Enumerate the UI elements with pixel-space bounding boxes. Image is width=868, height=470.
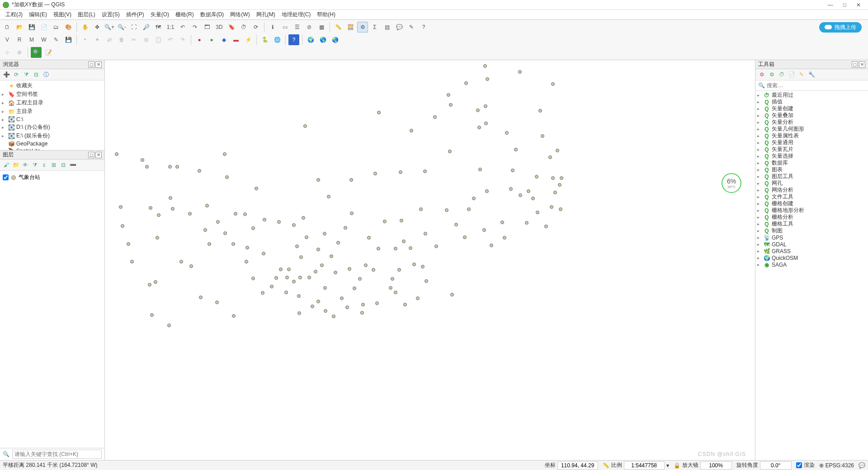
window-close[interactable]: ✕ xyxy=(856,2,861,8)
open-project-icon[interactable]: 📂 xyxy=(14,22,25,33)
toolbox-item[interactable]: ▸⏱最近用过 xyxy=(755,92,868,99)
table-icon[interactable]: ▤ xyxy=(382,22,392,33)
expand-icon[interactable]: ▸ xyxy=(757,235,762,240)
layers-undock-icon[interactable]: ◻ xyxy=(88,152,94,158)
browser-refresh-icon[interactable]: ⟳ xyxy=(13,71,20,78)
layout-manager-icon[interactable]: 🗂 xyxy=(51,22,61,33)
layers-expr-icon[interactable]: ε xyxy=(41,161,48,169)
select-feature-icon[interactable]: ▭ xyxy=(279,22,290,33)
toolbox-item[interactable]: ▸Q插值 xyxy=(755,99,868,105)
new-project-icon[interactable]: 🗋 xyxy=(2,22,13,33)
toolbox-item[interactable]: ▸📡GPS xyxy=(755,234,868,241)
expand-icon[interactable]: ▸ xyxy=(2,109,6,114)
browser-item[interactable]: ▸💽D:\ (办公备份) xyxy=(0,123,104,132)
toolbox-edit-icon[interactable]: ✎ xyxy=(798,71,805,78)
python-console-icon[interactable]: 🐍 xyxy=(259,34,270,45)
osm-download-icon[interactable]: 🌍 xyxy=(305,34,316,45)
status-scale-input[interactable] xyxy=(624,461,665,470)
identify-icon[interactable]: ℹ xyxy=(267,22,278,33)
toolbox-item[interactable]: ▸Q数据库 xyxy=(755,160,868,166)
expand-icon[interactable]: ▸ xyxy=(757,160,762,165)
zoom-selection-icon[interactable]: 🔎 xyxy=(141,22,151,33)
expand-icon[interactable]: ▸ xyxy=(757,221,762,226)
expand-icon[interactable]: ▸ xyxy=(2,133,6,138)
expand-icon[interactable]: ▸ xyxy=(757,140,762,145)
expand-icon[interactable]: ▸ xyxy=(757,174,762,179)
deselect-icon[interactable]: ⊘ xyxy=(304,22,315,33)
menu-item[interactable]: 视图(V) xyxy=(51,10,74,19)
menu-item[interactable]: 帮助(H) xyxy=(314,10,338,19)
globe-icon[interactable]: 🌐 xyxy=(272,34,283,45)
browser-filter-icon[interactable]: ⧩ xyxy=(23,71,30,78)
plugin-3-icon[interactable]: ◆ xyxy=(218,34,229,45)
browser-item[interactable]: ▸🔖空间书签 xyxy=(0,90,104,99)
expand-icon[interactable]: ▸ xyxy=(757,249,762,254)
toolbox-item[interactable]: ▸Q制图 xyxy=(755,227,868,234)
layers-style-icon[interactable]: 🖌 xyxy=(3,161,10,169)
expand-icon[interactable]: ▸ xyxy=(2,100,6,105)
toolbox-search-input[interactable] xyxy=(767,82,865,89)
expand-icon[interactable]: ▸ xyxy=(757,215,762,220)
locator-input[interactable] xyxy=(12,450,102,459)
layer-row[interactable]: 气象台站 xyxy=(2,173,103,182)
toolbox-item[interactable]: ▸Q图表 xyxy=(755,166,868,173)
menu-item[interactable]: 数据库(D) xyxy=(198,10,227,19)
browser-item[interactable]: ▸💽E:\ (娱乐备份) xyxy=(0,132,104,140)
expand-icon[interactable]: ▸ xyxy=(757,133,762,138)
toolbox-item[interactable]: ▸Q文件工具 xyxy=(755,193,868,200)
menu-item[interactable]: 栅格(R) xyxy=(173,10,197,19)
osm-query-icon[interactable]: 🌎 xyxy=(317,34,328,45)
browser-collapse-icon[interactable]: ⊟ xyxy=(33,71,40,78)
expand-icon[interactable]: ▸ xyxy=(2,117,6,122)
toolbox-model-icon[interactable]: ⚙ xyxy=(758,71,765,78)
crs-icon[interactable]: ⊕ xyxy=(819,462,824,469)
layers-add-group-icon[interactable]: 📁 xyxy=(12,161,19,169)
expand-icon[interactable]: ▸ xyxy=(757,262,762,267)
menu-item[interactable]: 网孔(M) xyxy=(254,10,278,19)
save-project-icon[interactable]: 💾 xyxy=(26,22,37,33)
toolbox-item[interactable]: ▸Q栅格创建 xyxy=(755,200,868,207)
toolbox-item[interactable]: ▸Q图层工具 xyxy=(755,173,868,180)
locate-icon[interactable]: 🔍 xyxy=(31,47,42,58)
browser-undock-icon[interactable]: ◻ xyxy=(88,61,94,68)
toolbox-item[interactable]: ▸Q矢量选择 xyxy=(755,153,868,160)
zoom-layer-icon[interactable]: 🗺 xyxy=(153,22,164,33)
layers-filter-icon[interactable]: ⧩ xyxy=(31,161,38,169)
new-print-layout-icon[interactable]: 📄 xyxy=(38,22,49,33)
toolbox-item[interactable]: ▸◉SAGA xyxy=(755,261,868,268)
expand-icon[interactable]: ▸ xyxy=(757,255,762,260)
expand-icon[interactable]: ▸ xyxy=(757,113,762,118)
status-rot-input[interactable] xyxy=(760,461,792,470)
add-raster-icon[interactable]: R xyxy=(14,34,25,45)
browser-item[interactable]: 🪶SpatiaLite xyxy=(0,147,104,150)
plugin-2-icon[interactable]: ● xyxy=(206,34,217,45)
attributes-table-icon[interactable]: ▦ xyxy=(316,22,327,33)
browser-item[interactable]: ▸💽C:\ xyxy=(0,116,104,123)
map-tips-icon[interactable]: 💬 xyxy=(394,22,405,33)
menu-item[interactable]: 设置(S) xyxy=(99,10,123,19)
toolbox-item[interactable]: ▸Q矢量瓦片 xyxy=(755,146,868,153)
plugin-5-icon[interactable]: ⚡ xyxy=(243,34,254,45)
expand-icon[interactable]: ▸ xyxy=(757,154,762,159)
menu-item[interactable]: 插件(P) xyxy=(123,10,147,19)
expand-icon[interactable]: ▸ xyxy=(2,125,6,130)
stats-icon[interactable]: Σ xyxy=(369,22,380,33)
measure-icon[interactable]: 📏 xyxy=(333,22,344,33)
upload-pill[interactable]: 拖拽上传 xyxy=(819,22,862,33)
toolbox-item[interactable]: ▸Q矢量属性表 xyxy=(755,132,868,139)
zoom-in-icon[interactable]: 🔍+ xyxy=(104,22,115,33)
toolbox-item[interactable]: ▸🗺GDAL xyxy=(755,241,868,248)
expand-icon[interactable]: ▸ xyxy=(757,120,762,125)
toolbox-tree[interactable]: ▸⏱最近用过▸Q插值▸Q矢量创建▸Q矢量叠加▸Q矢量分析▸Q矢量几何图形▸Q矢量… xyxy=(755,91,868,460)
layers-remove-icon[interactable]: ➖ xyxy=(69,161,76,169)
pan-selection-icon[interactable]: ✥ xyxy=(92,22,103,33)
status-mag-input[interactable] xyxy=(700,461,732,470)
toolbox-item[interactable]: ▸Q栅格工具 xyxy=(755,221,868,227)
lock-icon[interactable]: 🔒 xyxy=(674,462,680,469)
expand-icon[interactable]: ▸ xyxy=(757,188,762,193)
layers-visibility-icon[interactable]: 👁 xyxy=(22,161,29,169)
browser-item[interactable]: ★收藏夹 xyxy=(0,81,104,90)
menu-item[interactable]: 工程(J) xyxy=(3,10,25,19)
save-edits-icon[interactable]: 💾 xyxy=(63,34,74,45)
toolbox-options-icon[interactable]: 🔧 xyxy=(808,71,815,78)
